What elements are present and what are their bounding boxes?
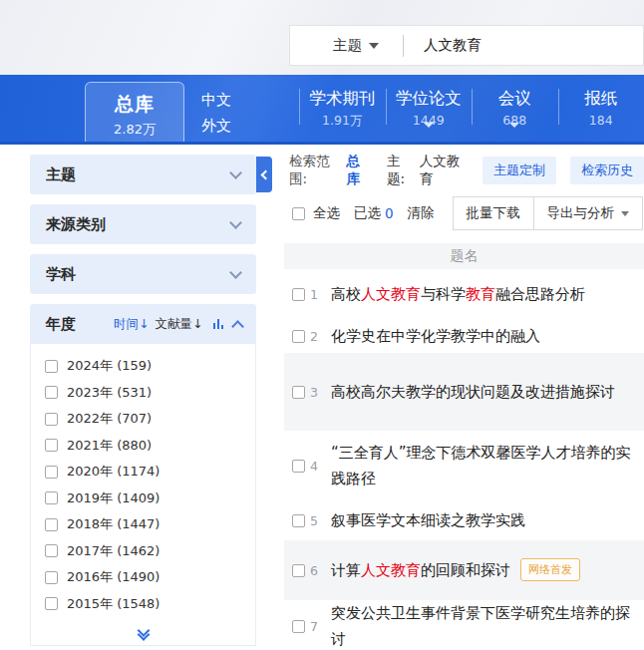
result-title-link[interactable]: “三全育人”理念下德术双馨医学人才培养的实践路径 xyxy=(331,440,644,492)
year-facet-item[interactable]: 2016年 (1490) xyxy=(31,564,255,591)
nav-tab-chinese[interactable]: 中文 xyxy=(201,91,231,110)
result-title-link[interactable]: 突发公共卫生事件背景下医学研究生培养的探讨 xyxy=(331,600,644,650)
topic-customize-button[interactable]: 主题定制 xyxy=(483,157,556,184)
export-analyze-label: 导出与分析 xyxy=(547,204,615,222)
year-facet-item[interactable]: 2015年 (1548) xyxy=(31,591,255,618)
clear-selection-button[interactable]: 清除 xyxy=(408,204,435,222)
row-checkbox[interactable] xyxy=(292,330,305,343)
nav-tab-学术期刊[interactable]: 学术期刊1.91万 xyxy=(299,75,386,142)
nav-tab-label: 学术期刊 xyxy=(299,88,386,110)
year-checkbox[interactable] xyxy=(45,518,58,531)
nav-tab-label: 会议 xyxy=(472,88,558,110)
row-checkbox[interactable] xyxy=(292,460,305,473)
filter-panel-学科[interactable]: 学科 xyxy=(30,254,256,294)
title-text: 与科学 xyxy=(421,285,466,303)
first-publish-badge: 网络首发 xyxy=(520,558,580,581)
results-area: 检索范围: 总库 主题: 人文教育 主题定制 检索历史 全选 已选 0 清除 批… xyxy=(284,155,644,650)
title-text: 计算 xyxy=(331,561,361,579)
chevron-up-icon[interactable] xyxy=(231,320,244,333)
row-checkbox[interactable] xyxy=(292,288,305,301)
highlighted-keyword: 人文教育 xyxy=(361,561,421,579)
year-facet-item[interactable]: 2021年 (880) xyxy=(31,433,255,460)
result-title-link[interactable]: 高校高尔夫教学的现状问题及改进措施探讨 xyxy=(331,379,615,405)
result-title-link[interactable]: 计算人文教育的回顾和探讨网络首发 xyxy=(331,557,580,583)
filter-panels: 主题来源类别学科 xyxy=(30,155,256,294)
title-text: 的回顾和探讨 xyxy=(421,561,510,579)
year-checkbox[interactable] xyxy=(45,386,58,399)
year-checkbox[interactable] xyxy=(45,597,58,610)
year-checkbox[interactable] xyxy=(45,413,58,426)
search-input[interactable] xyxy=(424,38,613,54)
sidebar-collapse-button[interactable] xyxy=(256,157,272,192)
year-checkbox[interactable] xyxy=(45,571,58,584)
bar-chart-icon[interactable] xyxy=(213,319,224,329)
toolbar-button-group: 批量下载 导出与分析 xyxy=(453,196,644,230)
year-facet-item[interactable]: 2024年 (159) xyxy=(31,353,255,380)
search-history-button[interactable]: 检索历史 xyxy=(570,157,644,184)
year-checkbox[interactable] xyxy=(45,544,58,557)
scope-filter-value: 人文教育 xyxy=(420,153,469,188)
year-facet-item[interactable]: 2019年 (1409) xyxy=(31,486,255,512)
show-more-years-button[interactable] xyxy=(139,631,148,639)
year-facet-item[interactable]: 2018年 (1447) xyxy=(31,511,255,538)
nav-tab-count: 184 xyxy=(558,113,644,128)
scope-database-link[interactable]: 总库 xyxy=(346,153,371,188)
selected-count[interactable]: 0 xyxy=(385,205,394,221)
table-row: 4“三全育人”理念下德术双馨医学人才培养的实践路径 xyxy=(284,431,644,500)
title-text: 高校高尔夫教学的现状问题及改进措施探讨 xyxy=(331,383,615,401)
year-checkbox[interactable] xyxy=(45,360,58,373)
title-text: 高校 xyxy=(331,285,361,303)
row-checkbox[interactable] xyxy=(292,620,305,633)
nav-tab-报纸[interactable]: 报纸184 xyxy=(558,75,644,142)
year-facet-item[interactable]: 2020年 (1174) xyxy=(31,459,255,486)
row-checkbox[interactable] xyxy=(292,514,305,527)
year-label: 2017年 (1462) xyxy=(67,542,160,560)
year-checkbox[interactable] xyxy=(45,439,58,452)
filter-panel-title: 主题 xyxy=(46,165,231,184)
table-row: 5叙事医学文本细读之教学实践 xyxy=(284,500,644,540)
chevron-left-icon xyxy=(261,169,271,179)
sort-by-time[interactable]: 时间↓ xyxy=(114,316,149,333)
search-field-dropdown[interactable]: 主题 xyxy=(333,36,379,55)
title-text: 融合思路分析 xyxy=(495,285,585,303)
nav-tab-foreign[interactable]: 外文 xyxy=(201,117,231,136)
sort-by-count[interactable]: 文献量↓ xyxy=(156,316,203,333)
filter-panel-来源类别[interactable]: 来源类别 xyxy=(30,204,256,244)
select-all-checkbox[interactable] xyxy=(292,207,305,220)
top-background: 主题 xyxy=(0,0,644,75)
filter-panel-主题[interactable]: 主题 xyxy=(30,155,256,194)
year-list: 2024年 (159)2023年 (531)2022年 (707)2021年 (… xyxy=(30,344,256,646)
export-analyze-button[interactable]: 导出与分析 xyxy=(534,196,644,230)
nav-tab-count: 1.91万 xyxy=(299,113,386,130)
year-facet-item[interactable]: 2017年 (1462) xyxy=(31,538,255,565)
panel-year-title: 年度 xyxy=(46,315,114,334)
selected-label: 已选 xyxy=(354,204,381,222)
nav-tab-学位论文[interactable]: 学位论文1449 xyxy=(386,75,473,142)
row-number: 5 xyxy=(310,513,322,528)
result-title-link[interactable]: 高校人文教育与科学教育融合思路分析 xyxy=(331,281,585,307)
results-list: 1高校人文教育与科学教育融合思路分析2化学史在中学化学教学中的融入3高校高尔夫教… xyxy=(284,269,644,650)
year-checkbox[interactable] xyxy=(45,466,58,479)
select-all-label[interactable]: 全选 xyxy=(313,204,340,222)
dropdown-arrow-icon xyxy=(509,123,519,147)
year-facet-item[interactable]: 2023年 (531) xyxy=(31,380,255,407)
dropdown-arrow-icon xyxy=(424,123,434,147)
filter-sidebar: 主题来源类别学科 年度 时间↓ 文献量↓ 2024年 (159)2023年 (5… xyxy=(30,155,256,646)
row-checkbox[interactable] xyxy=(292,386,305,399)
highlighted-keyword: 人文教育 xyxy=(361,285,421,303)
result-title-link[interactable]: 化学史在中学化学教学中的融入 xyxy=(331,323,540,349)
nav-tab-会议[interactable]: 会议688 xyxy=(472,75,558,142)
table-row: 2化学史在中学化学教学中的融入 xyxy=(284,319,644,353)
search-box: 主题 xyxy=(289,25,644,66)
row-number: 1 xyxy=(310,287,322,302)
year-facet-item[interactable]: 2022年 (707) xyxy=(31,406,255,433)
title-text: 叙事医学文本细读之教学实践 xyxy=(331,511,525,529)
result-title-link[interactable]: 叙事医学文本细读之教学实践 xyxy=(331,507,525,533)
row-checkbox[interactable] xyxy=(292,564,305,577)
nav-tab-total-library[interactable]: 总库 2.82万 xyxy=(85,82,184,142)
results-toolbar: 全选 已选 0 清除 批量下载 导出与分析 xyxy=(284,197,644,229)
table-row: 6计算人文教育的回顾和探讨网络首发 xyxy=(284,540,644,600)
panel-year-header[interactable]: 年度 时间↓ 文献量↓ xyxy=(30,304,256,344)
batch-download-button[interactable]: 批量下载 xyxy=(453,196,534,230)
year-checkbox[interactable] xyxy=(45,491,58,504)
